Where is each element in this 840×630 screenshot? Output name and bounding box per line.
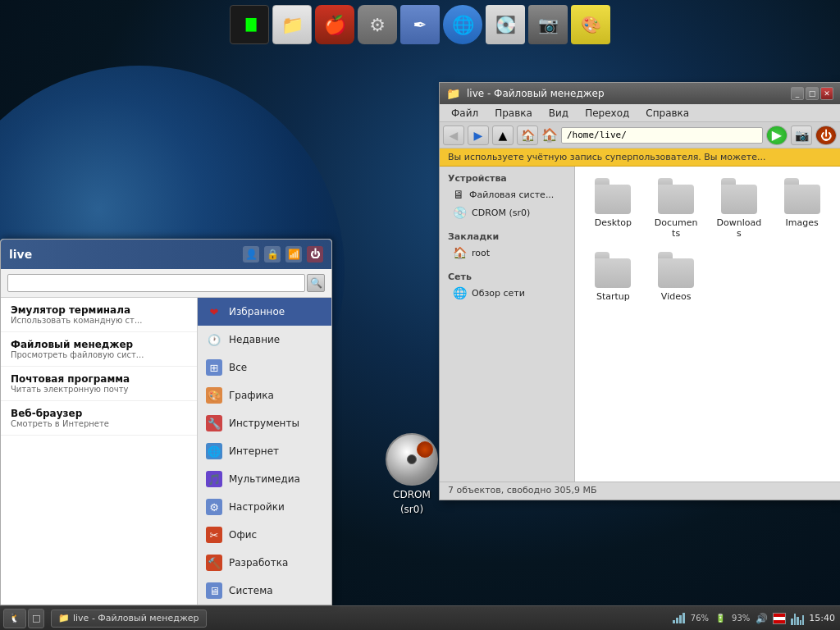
dock-globe[interactable]: 🌐 bbox=[443, 5, 482, 44]
app-terminal[interactable]: Эмулятор терминала Использовать командну… bbox=[1, 298, 197, 332]
app-mail-name: Почтовая программа bbox=[11, 373, 187, 385]
cat-all-icon: ⊞ bbox=[206, 359, 222, 376]
volume-tray-icon[interactable]: 🔊 bbox=[755, 612, 768, 625]
cdrom-sidebar-icon: 💿 bbox=[453, 206, 467, 219]
clock-display[interactable]: 15:40 bbox=[809, 613, 835, 623]
bottom-taskbar: 🐧 □ 📁 live - Файловый менеджер bbox=[0, 605, 840, 630]
cat-recent-label: Недавние bbox=[229, 334, 280, 345]
folder-downloads[interactable]: Downloads bbox=[711, 176, 768, 244]
dock-gear[interactable]: ⚙ bbox=[358, 5, 397, 44]
app-mail-desc: Читать электронную почту bbox=[11, 385, 187, 394]
folder-startup-icon bbox=[593, 255, 632, 288]
app-terminal-desc: Использовать командную ст... bbox=[11, 316, 187, 325]
photo-button[interactable]: 📷 bbox=[791, 126, 812, 145]
dock-folder[interactable]: 📁 bbox=[272, 5, 312, 44]
audio-bar2 bbox=[794, 614, 796, 625]
start-menu-title: live bbox=[9, 248, 32, 261]
cat-all[interactable]: ⊞ Все bbox=[198, 354, 331, 381]
taskbar-filemanager-btn[interactable]: 📁 live - Файловый менеджер bbox=[51, 609, 207, 628]
cat-system[interactable]: 🖥 Система bbox=[198, 577, 331, 605]
app-filemanager[interactable]: Файловый менеджер Просмотреть файловую с… bbox=[1, 332, 197, 367]
dock-redapp[interactable]: 🍎 bbox=[315, 5, 354, 44]
folder-desktop[interactable]: Desktop bbox=[585, 176, 641, 244]
search-button[interactable]: 🔍 bbox=[307, 274, 325, 292]
cat-favorites-label: Избранное bbox=[229, 306, 285, 317]
menu-file[interactable]: Файл bbox=[443, 104, 486, 121]
cat-graphics[interactable]: 🎨 Графика bbox=[198, 381, 331, 409]
file-manager-window: 📁 live - Файловый менеджер _ □ ✕ Файл Пр… bbox=[439, 82, 840, 500]
play-button[interactable]: ▶ bbox=[766, 126, 788, 145]
cdrom-disc-visual bbox=[386, 433, 438, 486]
folder-images[interactable]: Images bbox=[774, 176, 830, 244]
network-browse-icon: 🌐 bbox=[453, 286, 467, 299]
menu-help[interactable]: Справка bbox=[637, 104, 697, 121]
folder-startup[interactable]: Startup bbox=[585, 250, 641, 307]
menu-edit[interactable]: Правка bbox=[486, 104, 541, 121]
cat-favorites[interactable]: ❤ Избранное bbox=[198, 298, 331, 326]
taskbar-start-button[interactable]: 🐧 bbox=[3, 609, 26, 628]
power-button[interactable]: ⏻ bbox=[815, 126, 837, 145]
bar1 bbox=[673, 620, 675, 623]
menu-goto[interactable]: Переход bbox=[577, 104, 637, 121]
sidebar-root[interactable]: 🏠 root bbox=[440, 244, 574, 262]
desktop-icon: □ bbox=[32, 613, 40, 623]
back-button[interactable]: ◀ bbox=[443, 126, 464, 145]
dock-camera[interactable]: 📷 bbox=[528, 5, 568, 44]
address-input[interactable] bbox=[561, 127, 763, 144]
user-icon-btn[interactable]: 👤 bbox=[243, 246, 259, 262]
cat-multimedia[interactable]: 🎵 Мультимедиа bbox=[198, 465, 331, 493]
cat-settings-icon: ⚙ bbox=[206, 499, 222, 515]
bookmarks-section: Закладки 🏠 root bbox=[440, 225, 574, 265]
keyboard-layout-icon[interactable] bbox=[773, 612, 786, 625]
file-manager-body: Устройства 🖥 Файловая систе... 💿 CDROM (… bbox=[440, 167, 840, 482]
cat-tools[interactable]: 🔧 Инструменты bbox=[198, 409, 331, 437]
maximize-button[interactable]: □ bbox=[806, 87, 819, 100]
folder-videos[interactable]: Videos bbox=[648, 250, 705, 307]
file-manager-content: Desktop Documents Downloads bbox=[575, 167, 840, 482]
folder-documents[interactable]: Documents bbox=[648, 176, 705, 244]
network-tray-icon[interactable] bbox=[673, 612, 686, 625]
network-icon-btn[interactable]: 📶 bbox=[285, 246, 302, 262]
filesystem-label: Файловая систе... bbox=[469, 189, 554, 200]
app-mail[interactable]: Почтовая программа Читать электронную по… bbox=[1, 367, 197, 401]
cat-settings[interactable]: ⚙ Настройки bbox=[198, 493, 331, 521]
dock-pen[interactable]: ✒ bbox=[400, 5, 440, 44]
cat-development[interactable]: 🔨 Разработка bbox=[198, 549, 331, 577]
cat-recent[interactable]: 🕐 Недавние bbox=[198, 326, 331, 354]
superuser-warning: Вы используете учётную запись суперпольз… bbox=[440, 148, 840, 167]
audio-bar4 bbox=[800, 620, 801, 625]
minimize-button[interactable]: _ bbox=[791, 87, 804, 100]
file-manager-menubar: Файл Правка Вид Переход Справка bbox=[440, 104, 840, 122]
cat-internet-icon: 🌐 bbox=[206, 443, 222, 459]
forward-button[interactable]: ▶ bbox=[468, 126, 489, 145]
sidebar-network-browse[interactable]: 🌐 Обзор сети bbox=[440, 284, 574, 302]
app-browser[interactable]: Веб-браузер Смотреть в Интернете bbox=[1, 401, 197, 436]
dock-terminal[interactable]: ▐█ bbox=[230, 5, 269, 44]
cat-graphics-icon: 🎨 bbox=[206, 387, 222, 404]
dock-paint[interactable]: 🎨 bbox=[571, 5, 610, 44]
taskbar-start-area: 🐧 □ bbox=[0, 606, 48, 630]
cdrom-desktop-icon[interactable]: CDROM (sr0) bbox=[386, 433, 438, 515]
search-box: 🔍 bbox=[1, 269, 331, 298]
dock-drive[interactable]: 💽 bbox=[486, 5, 525, 44]
taskbar-app-icon: 📁 bbox=[58, 613, 70, 623]
desktop: ▐█ 📁 🍎 ⚙ ✒ 🌐 💽 📷 🎨 bbox=[0, 0, 840, 630]
up-button[interactable]: ▲ bbox=[492, 126, 514, 145]
battery-tray-icon[interactable]: 🔋 bbox=[714, 612, 727, 625]
taskbar-show-desktop[interactable]: □ bbox=[28, 609, 44, 628]
cat-settings-label: Настройки bbox=[229, 501, 285, 513]
sidebar-filesystem[interactable]: 🖥 Файловая систе... bbox=[440, 185, 574, 203]
menu-categories: ❤ Избранное 🕐 Недавние ⊞ Все 🎨 Графика 🔧 bbox=[198, 298, 331, 605]
folder-startup-label: Startup bbox=[596, 291, 630, 302]
home-button[interactable]: 🏠 bbox=[517, 126, 538, 145]
close-button[interactable]: ✕ bbox=[820, 87, 833, 100]
network-percent: 76% bbox=[691, 614, 709, 623]
cat-internet[interactable]: 🌐 Интернет bbox=[198, 437, 331, 465]
cdrom-line1: CDROM bbox=[393, 489, 431, 500]
search-input[interactable] bbox=[7, 274, 305, 292]
lock-icon-btn[interactable]: 🔒 bbox=[264, 246, 281, 262]
power-icon-btn[interactable]: ⏻ bbox=[307, 246, 323, 262]
sidebar-cdrom[interactable]: 💿 CDROM (sr0) bbox=[440, 203, 574, 221]
cat-office[interactable]: ✂ Офис bbox=[198, 521, 331, 549]
menu-view[interactable]: Вид bbox=[541, 104, 577, 121]
